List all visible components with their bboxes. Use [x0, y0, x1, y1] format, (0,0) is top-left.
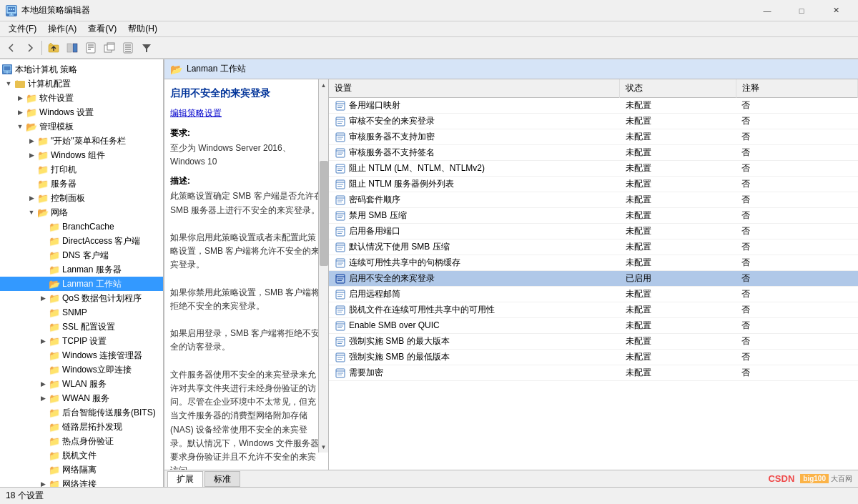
menu-help[interactable]: 帮助(H): [122, 21, 163, 36]
table-row[interactable]: 需要加密 未配置 否: [329, 365, 858, 381]
setting-icon: [335, 210, 346, 222]
forward-button[interactable]: [21, 39, 39, 56]
maximize-button[interactable]: □: [785, 0, 818, 21]
status-text: 18 个设置: [6, 490, 44, 502]
tree-item-7[interactable]: 📁 服务器: [0, 177, 163, 191]
close-button[interactable]: ✕: [819, 0, 852, 21]
tree-item-0[interactable]: ▼ 计算机配置: [0, 76, 163, 91]
tab-expand[interactable]: 扩展: [167, 471, 203, 487]
tree-item-13[interactable]: 📁 Lanman 服务器: [0, 262, 163, 277]
folder-up-button[interactable]: [45, 39, 62, 56]
scroll-down[interactable]: ▼: [319, 441, 329, 453]
table-row[interactable]: 启用备用端口 未配置 否: [329, 224, 858, 239]
tree-item-20[interactable]: 📁 Windows立即连接: [0, 362, 163, 377]
table-row[interactable]: 审核不安全的来宾登录 未配置 否: [329, 114, 858, 129]
tree-item-16[interactable]: 📁 SNMP: [0, 305, 163, 320]
tree-item-2[interactable]: ▶ 📁 Windows 设置: [0, 105, 163, 119]
cell-setting: 审核服务器不支持加密: [329, 129, 620, 145]
col-setting[interactable]: 设置: [329, 79, 620, 98]
col-comment[interactable]: 注释: [736, 79, 857, 98]
scroll-up[interactable]: ▲: [319, 79, 329, 91]
label-8: 控制面板: [51, 192, 85, 204]
table-row[interactable]: 阻止 NTLM 服务器例外列表 未配置 否: [329, 177, 858, 192]
cell-status: 未配置: [620, 98, 736, 114]
tree-item-9[interactable]: ▼ 📂 网络: [0, 205, 163, 219]
expander-9[interactable]: ▼: [26, 207, 37, 218]
table-row[interactable]: 脱机文件在连续可用性共享中的可用性 未配置 否: [329, 302, 858, 318]
tree-item-12[interactable]: 📁 DNS 客户端: [0, 248, 163, 262]
tree-item-8[interactable]: ▶ 📁 控制面板: [0, 191, 163, 205]
cell-comment: 否: [736, 255, 857, 271]
tab-standard[interactable]: 标准: [204, 471, 240, 487]
expand-button[interactable]: [119, 39, 137, 56]
tree-item-28[interactable]: ▶ 📁 网络连接: [0, 477, 163, 487]
menu-file[interactable]: 文件(F): [3, 21, 42, 36]
table-row[interactable]: 强制实施 SMB 的最低版本 未配置 否: [329, 350, 858, 365]
tree-item-25[interactable]: 📁 热点身份验证: [0, 434, 163, 448]
new-window-button[interactable]: [101, 39, 118, 56]
tree-item-23[interactable]: 📁 后台智能传送服务(BITS): [0, 405, 163, 420]
table-row[interactable]: 备用端口映射 未配置 否: [329, 98, 858, 114]
minimize-button[interactable]: —: [751, 0, 784, 21]
table-row[interactable]: Enable SMB over QUIC 未配置 否: [329, 318, 858, 334]
cell-setting: 连续可用性共享中的句柄缓存: [329, 255, 620, 271]
table-row[interactable]: 禁用 SMB 压缩 未配置 否: [329, 208, 858, 224]
tree-item-3[interactable]: ▼ 📂 管理模板: [0, 119, 163, 134]
show-hide-button[interactable]: [64, 39, 81, 56]
tree-item-15[interactable]: ▶ 📁 QoS 数据包计划程序: [0, 291, 163, 305]
scroll-thumb[interactable]: [320, 161, 328, 266]
expander-5[interactable]: ▶: [26, 149, 37, 161]
desc-scroll[interactable]: 启用不安全的来宾登录 编辑策略设置 要求: 至少为 Windows Server…: [164, 79, 328, 470]
table-row[interactable]: 默认情况下使用 SMB 压缩 未配置 否: [329, 239, 858, 255]
table-row[interactable]: 阻止 NTLM (LM、NTLM、NTLMv2) 未配置 否: [329, 161, 858, 177]
menu-view[interactable]: 查看(V): [82, 21, 122, 36]
table-row[interactable]: 连续可用性共享中的句柄缓存 未配置 否: [329, 255, 858, 271]
tree-item-17[interactable]: 📁 SSL 配置设置: [0, 320, 163, 334]
table-row[interactable]: 审核服务器不支持加密 未配置 否: [329, 129, 858, 145]
folder-icon-9: 📂: [37, 207, 49, 218]
tree-item-27[interactable]: 📁 网络隔离: [0, 463, 163, 477]
expander-3[interactable]: ▼: [14, 121, 26, 132]
back-button[interactable]: [3, 39, 20, 56]
tree-item-26[interactable]: 📁 脱机文件: [0, 448, 163, 463]
expander-22[interactable]: ▶: [37, 392, 49, 404]
folder-icon-21: 📁: [49, 378, 60, 390]
menu-action[interactable]: 操作(A): [42, 21, 82, 36]
table-row[interactable]: 强制实施 SMB 的最大版本 未配置 否: [329, 334, 858, 350]
label-27: 网络隔离: [62, 464, 97, 476]
expander-8[interactable]: ▶: [26, 192, 37, 204]
tree-root[interactable]: 本地计算机 策略: [0, 62, 163, 76]
expander-2[interactable]: ▶: [14, 107, 26, 118]
tree-item-22[interactable]: ▶ 📁 WWAN 服务: [0, 391, 163, 405]
expander-18[interactable]: ▶: [37, 335, 49, 347]
tree-item-19[interactable]: 📁 Windows 连接管理器: [0, 348, 163, 362]
folder-icon-14: 📂: [49, 278, 60, 290]
tree-item-18[interactable]: ▶ 📁 TCPIP 设置: [0, 334, 163, 348]
expander-15[interactable]: ▶: [37, 292, 49, 304]
tree-item-24[interactable]: 📁 链路层拓扑发现: [0, 420, 163, 434]
expander-1[interactable]: ▶: [14, 92, 26, 104]
properties-button[interactable]: [82, 39, 99, 56]
expander-21[interactable]: ▶: [37, 378, 49, 390]
tree-item-10[interactable]: 📁 BranchCache: [0, 219, 163, 234]
label-0: 计算机配置: [28, 78, 71, 90]
tree-item-6[interactable]: 📁 打印机: [0, 162, 163, 177]
filter-button[interactable]: [138, 39, 155, 56]
tree-item-21[interactable]: ▶ 📁 WLAN 服务: [0, 377, 163, 391]
table-row[interactable]: 密码套件顺序 未配置 否: [329, 192, 858, 208]
expander-0[interactable]: ▼: [3, 78, 14, 89]
desc-scrollbar[interactable]: ▲ ▼: [318, 79, 328, 453]
tree-item-11[interactable]: 📁 DirectAccess 客户端: [0, 234, 163, 248]
col-status[interactable]: 状态: [620, 79, 736, 98]
table-row[interactable]: 审核服务器不支持签名 未配置 否: [329, 145, 858, 161]
edit-policy-link[interactable]: 编辑策略设置: [170, 108, 222, 118]
tree-item-1[interactable]: ▶ 📁 软件设置: [0, 91, 163, 105]
table-row[interactable]: 启用远程邮简 未配置 否: [329, 287, 858, 302]
expander-4[interactable]: ▶: [26, 135, 37, 147]
table-row[interactable]: 启用不安全的来宾登录 已启用 否: [329, 271, 858, 287]
tree-item-5[interactable]: ▶ 📁 Windows 组件: [0, 148, 163, 162]
expander-28[interactable]: ▶: [37, 478, 49, 487]
tree-item-4[interactable]: ▶ 📁 "开始"菜单和任务栏: [0, 134, 163, 148]
setting-icon: [335, 116, 346, 127]
tree-item-14[interactable]: 📂 Lanman 工作站: [0, 277, 163, 291]
